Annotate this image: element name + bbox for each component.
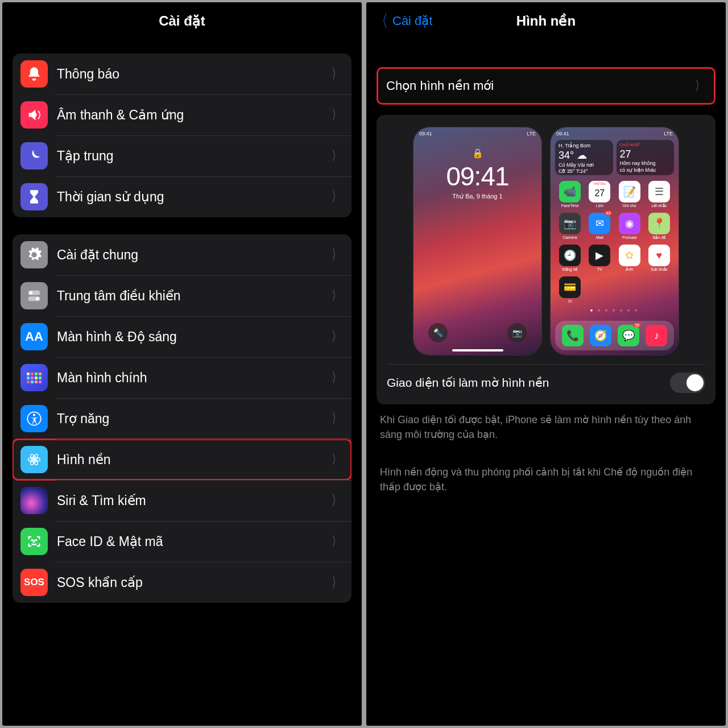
svg-point-6 — [32, 458, 36, 461]
grid-icon — [20, 364, 48, 391]
svg-point-1 — [29, 291, 32, 295]
settings-pane: Cài đặt Thông báo 〉 Âm thanh & Cảm ứng 〉… — [2, 2, 362, 726]
row-label: Trung tâm điều khiển — [57, 288, 330, 304]
app-grid: 📹FaceTimeTHỨ SÁU27Lịch📝Ghi chú☰Lời nhắc📷… — [551, 179, 679, 305]
row-display[interactable]: AA Màn hình & Độ sáng 〉 — [13, 316, 351, 357]
chevron-right-icon: 〉 — [332, 492, 340, 509]
app-icon: ✉43Mail — [586, 213, 613, 240]
row-label: SOS khẩn cấp — [57, 575, 330, 590]
page-dots: ● ○ ○ ○ ○ ○ ○ — [551, 308, 679, 313]
row-label: Hình nền — [57, 452, 330, 468]
dim-toggle[interactable] — [670, 373, 705, 393]
row-label: Màn hình chính — [57, 370, 330, 386]
homescreen-preview[interactable]: 09:41LTE H. Trảng Bom 34° ☁ Có Mây Vài n… — [551, 127, 679, 355]
row-general[interactable]: Cài đặt chung 〉 — [13, 234, 351, 275]
chevron-right-icon: 〉 — [332, 188, 340, 205]
dock-app: 💬39 — [618, 325, 639, 346]
chevron-right-icon: 〉 — [332, 533, 340, 550]
dock-app: 📞 — [562, 325, 584, 346]
chevron-right-icon: 〉 — [332, 410, 340, 427]
chevron-right-icon: 〉 — [332, 147, 340, 164]
row-homescreen[interactable]: Màn hình chính 〉 — [13, 357, 351, 398]
choose-wallpaper-row[interactable]: Chọn hình nền mới 〉 — [377, 67, 715, 105]
toggles-icon — [20, 282, 48, 309]
settings-header: Cài đặt — [2, 2, 362, 40]
row-control-center[interactable]: Trung tâm điều khiển 〉 — [13, 275, 351, 316]
row-sounds[interactable]: Âm thanh & Cảm ứng 〉 — [13, 94, 351, 135]
row-wallpaper[interactable]: Hình nền 〉 — [13, 439, 351, 480]
chevron-right-icon: 〉 — [332, 574, 340, 591]
dock-app: 🧭 — [590, 325, 611, 346]
app-icon: ♥Sức khỏe — [646, 245, 673, 272]
footer-text-2: Hình nền động và thu phóng phối cảnh bị … — [366, 457, 726, 494]
faceid-icon — [20, 528, 48, 555]
row-label: Cài đặt chung — [57, 247, 330, 263]
footer-text-1: Khi Giao diện tối được bật, iPhone sẽ là… — [366, 404, 726, 442]
app-icon: ▶TV — [586, 245, 613, 272]
calendar-widget: CHỦ NHẬT 27 Hôm nay không có sự kiện khá… — [617, 140, 675, 175]
svg-point-10 — [32, 540, 33, 541]
row-accessibility[interactable]: Trợ năng 〉 — [13, 398, 351, 439]
row-label: Màn hình & Độ sáng — [57, 329, 330, 345]
lock-face: 🔒 09:41 Thứ Ba, 9 tháng 1 — [413, 148, 541, 200]
chevron-right-icon: 〉 — [332, 369, 340, 386]
status-net: LTE — [527, 131, 536, 136]
app-icon: 📍Bản đồ — [646, 213, 673, 240]
row-label: Âm thanh & Cảm ứng — [57, 107, 330, 123]
app-icon: THỨ SÁU27Lịch — [586, 181, 613, 208]
chevron-right-icon: 〉 — [332, 65, 340, 82]
settings-group-2: Cài đặt chung 〉 Trung tâm điều khiển 〉 A… — [13, 234, 351, 603]
wallpaper-previews: 09:41LTE 🔒 09:41 Thứ Ba, 9 tháng 1 🔦 📷 0… — [377, 115, 715, 404]
settings-group-1: Thông báo 〉 Âm thanh & Cảm ứng 〉 Tập tru… — [13, 53, 351, 217]
status-time: 09:41 — [556, 131, 569, 136]
flashlight-icon: 🔦 — [428, 323, 448, 342]
back-button[interactable]: 〈 Cài đặt — [373, 13, 432, 30]
lockscreen-preview[interactable]: 09:41LTE 🔒 09:41 Thứ Ba, 9 tháng 1 🔦 📷 — [413, 127, 541, 355]
dock: 📞🧭💬39♪ — [555, 321, 674, 350]
lock-time: 09:41 — [413, 161, 541, 192]
settings-title: Cài đặt — [159, 13, 205, 29]
sos-icon: SOS — [20, 569, 48, 596]
chevron-right-icon: 〉 — [696, 77, 703, 94]
gear-icon — [20, 241, 48, 268]
chevron-right-icon: 〉 — [332, 106, 340, 123]
status-time: 09:41 — [419, 131, 432, 136]
svg-point-3 — [36, 297, 39, 300]
row-label: Siri & Tìm kiếm — [57, 493, 330, 508]
camera-icon: 📷 — [507, 323, 527, 342]
bell-icon — [20, 60, 48, 88]
dim-toggle-row: Giao diện tối làm mờ hình nền — [387, 364, 705, 393]
app-icon: 📷Camera — [556, 213, 584, 240]
chevron-right-icon: 〉 — [332, 328, 340, 345]
row-siri[interactable]: Siri & Tìm kiếm 〉 — [13, 480, 351, 521]
chevron-right-icon: 〉 — [332, 451, 340, 468]
moon-icon — [20, 142, 48, 169]
row-notifications[interactable]: Thông báo 〉 — [13, 53, 351, 94]
app-icon: 🕘Đồng hồ — [556, 245, 584, 272]
chevron-right-icon: 〉 — [332, 246, 340, 263]
lock-date: Thứ Ba, 9 tháng 1 — [413, 193, 541, 200]
accessibility-icon — [20, 405, 48, 432]
app-icon: ◉Podcast — [616, 213, 643, 240]
svg-point-11 — [36, 540, 37, 541]
row-screentime[interactable]: Thời gian sử dụng 〉 — [13, 176, 351, 217]
row-sos[interactable]: SOS SOS khẩn cấp 〉 — [13, 562, 351, 603]
wallpaper-title: Hình nền — [516, 13, 576, 29]
row-label: Trợ năng — [57, 411, 330, 427]
app-icon: 📹FaceTime — [556, 181, 584, 208]
app-icon: ☰Lời nhắc — [646, 181, 673, 208]
row-focus[interactable]: Tập trung 〉 — [13, 135, 351, 176]
back-label: Cài đặt — [392, 14, 432, 28]
app-icon: 💳Ví — [556, 276, 584, 303]
app-icon: ✿Ảnh — [616, 245, 643, 272]
chevron-right-icon: 〉 — [332, 287, 340, 304]
text-size-icon: AA — [20, 323, 48, 350]
status-net: LTE — [664, 131, 673, 136]
row-label: Tập trung — [57, 148, 330, 164]
row-label: Thông báo — [57, 67, 330, 82]
row-label: Thời gian sử dụng — [57, 189, 330, 205]
hourglass-icon — [20, 183, 48, 210]
flower-icon — [20, 446, 48, 473]
row-faceid[interactable]: Face ID & Mật mã 〉 — [13, 521, 351, 562]
svg-point-5 — [33, 413, 35, 416]
